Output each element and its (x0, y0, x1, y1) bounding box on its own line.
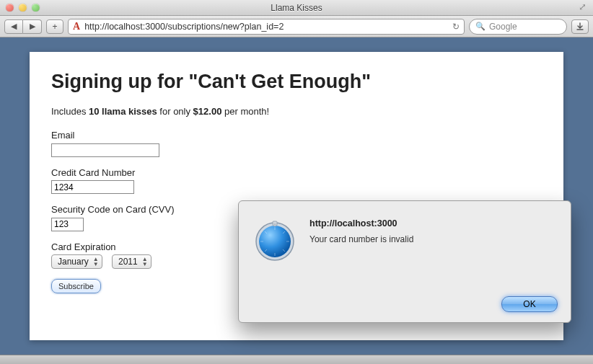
email-label: Email (51, 130, 542, 141)
traffic-lights (6, 4, 40, 12)
safari-icon (252, 217, 298, 263)
chevron-updown-icon: ▲▼ (93, 257, 99, 267)
expiration-year-value: 2011 (118, 257, 138, 267)
svg-point-1 (259, 226, 291, 257)
plan-description: Includes 10 llama kisses for only $12.00… (51, 106, 542, 117)
expiration-year-select[interactable]: 2011 ▲▼ (112, 254, 151, 269)
add-bookmark-button[interactable]: + (46, 19, 63, 34)
chevron-updown-icon: ▲▼ (142, 257, 148, 267)
forward-button[interactable]: ▶ (23, 19, 42, 34)
url-bar[interactable]: A http://localhost:3000/subscriptions/ne… (68, 19, 465, 35)
search-icon: 🔍 (475, 22, 486, 31)
ccnum-field-group: Credit Card Number (51, 167, 542, 195)
expiration-month-select[interactable]: January ▲▼ (51, 254, 102, 269)
back-button[interactable]: ◀ (4, 19, 23, 34)
search-bar[interactable]: 🔍 Google (469, 19, 567, 35)
alert-ok-button[interactable]: OK (501, 296, 558, 312)
alert-dialog: http://localhost:3000 Your card number i… (238, 200, 571, 323)
close-window-button[interactable] (6, 4, 14, 12)
window-bottom-border (0, 355, 593, 364)
zoom-window-button[interactable] (32, 4, 40, 12)
alert-title: http://localhost:3000 (309, 218, 558, 228)
ccnum-label: Credit Card Number (51, 167, 542, 178)
subline-suffix: per month! (221, 106, 269, 117)
window-title: Llama Kisses (0, 3, 593, 13)
reload-icon[interactable]: ↻ (452, 22, 460, 32)
email-field-group: Email (51, 130, 542, 157)
downloads-button[interactable] (571, 19, 589, 34)
subline-mid: for only (157, 106, 193, 117)
url-text: http://localhost:3000/subscriptions/new?… (84, 22, 448, 32)
ccnum-input[interactable] (51, 180, 134, 194)
cvv-input[interactable] (51, 218, 84, 231)
subscribe-button[interactable]: Subscribe (51, 279, 101, 293)
browser-toolbar: ◀ ▶ + A http://localhost:3000/subscripti… (0, 16, 593, 37)
email-input[interactable] (51, 143, 159, 157)
minimize-window-button[interactable] (19, 4, 27, 12)
alert-body: http://localhost:3000 Your card number i… (309, 216, 558, 312)
window-titlebar: Llama Kisses ⤢ (0, 0, 593, 16)
subline-kisses: 10 llama kisses (89, 106, 157, 117)
fullscreen-icon[interactable]: ⤢ (579, 2, 589, 12)
subline-prefix: Includes (51, 106, 89, 117)
alert-message: Your card number is invalid (309, 234, 558, 244)
page-heading: Signing up for "Can't Get Enough" (51, 71, 542, 93)
subline-price: $12.00 (193, 106, 222, 117)
svg-rect-13 (274, 223, 276, 226)
expiration-month-value: January (58, 257, 89, 267)
favicon-icon: A (73, 21, 80, 32)
search-placeholder: Google (489, 22, 517, 32)
nav-buttons: ◀ ▶ (4, 19, 42, 34)
